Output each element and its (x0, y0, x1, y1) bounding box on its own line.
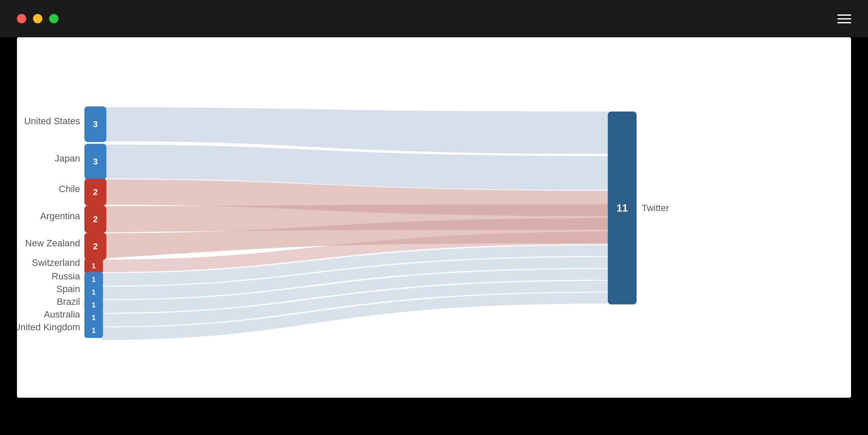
label-spain: Spain (56, 284, 80, 294)
value-russia: 1 (92, 276, 95, 284)
label-russia: Russia (52, 271, 81, 282)
value-australia: 1 (92, 314, 95, 322)
sankey-chart: 3 United States 3 Japan 2 Chile 2 Argent… (17, 37, 851, 398)
label-united-states: United States (24, 116, 80, 126)
hamburger-icon[interactable] (837, 14, 851, 23)
value-united-kingdom: 1 (92, 326, 95, 335)
value-united-states: 3 (93, 120, 97, 129)
label-chile: Chile (59, 184, 80, 194)
close-button[interactable] (17, 14, 26, 23)
minimize-button[interactable] (33, 14, 42, 23)
main-content: 3 United States 3 Japan 2 Chile 2 Argent… (17, 37, 851, 398)
label-switzerland: Switzerland (32, 257, 80, 268)
value-brazil: 1 (92, 301, 95, 309)
label-australia: Australia (44, 309, 80, 320)
maximize-button[interactable] (49, 14, 58, 23)
label-new-zealand: New Zealand (25, 238, 80, 248)
label-japan: Japan (55, 153, 80, 164)
value-chile: 2 (93, 187, 97, 197)
value-switzerland: 1 (92, 262, 95, 270)
titlebar (0, 0, 868, 37)
value-twitter: 11 (617, 202, 628, 214)
value-japan: 3 (93, 157, 97, 166)
value-argentina: 2 (93, 215, 97, 224)
traffic-lights (17, 14, 58, 23)
value-new-zealand: 2 (93, 242, 97, 251)
label-united-kingdom: United Kingdom (17, 322, 80, 332)
label-argentina: Argentina (40, 211, 81, 221)
label-brazil: Brazil (57, 296, 80, 307)
label-twitter: Twitter (642, 203, 669, 213)
value-spain: 1 (92, 288, 95, 296)
